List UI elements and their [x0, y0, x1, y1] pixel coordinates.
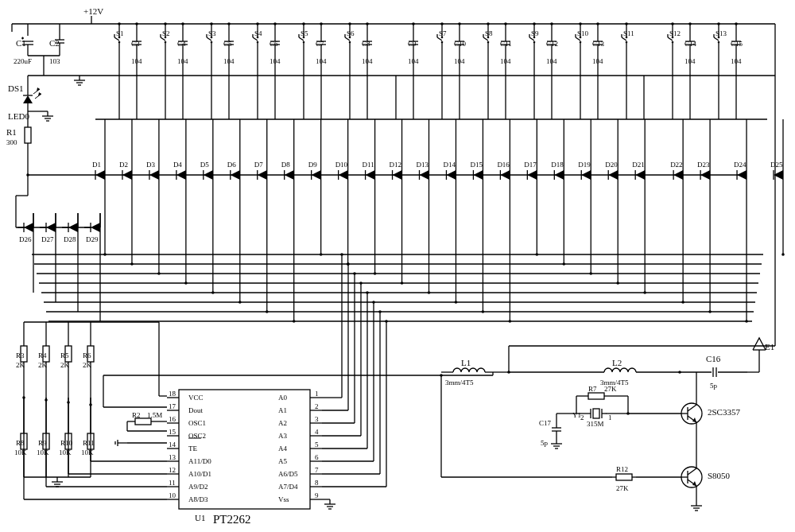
- svg-text:9: 9: [315, 491, 319, 499]
- svg-text:104: 104: [223, 57, 235, 65]
- svg-text:1: 1: [315, 390, 319, 398]
- svg-text:10K: 10K: [59, 449, 72, 456]
- svg-text:C14: C14: [684, 40, 697, 48]
- svg-text:2SC3357: 2SC3357: [708, 407, 740, 417]
- svg-text:2: 2: [315, 402, 319, 410]
- svg-text:D16: D16: [497, 161, 510, 169]
- svg-text:A5: A5: [278, 457, 287, 465]
- svg-text:R6: R6: [83, 351, 91, 359]
- svg-text:104: 104: [454, 57, 465, 65]
- svg-text:D10: D10: [335, 161, 348, 169]
- svg-text:A6/D5: A6/D5: [278, 470, 298, 478]
- svg-text:R12: R12: [616, 465, 628, 473]
- svg-text:104: 104: [362, 57, 373, 65]
- svg-text:104: 104: [592, 57, 603, 65]
- svg-text:D7: D7: [254, 161, 263, 169]
- svg-text:C2: C2: [49, 38, 60, 48]
- svg-text:27K: 27K: [604, 385, 617, 393]
- svg-text:D19: D19: [578, 161, 591, 169]
- svg-text:104: 104: [684, 57, 696, 65]
- svg-text:S12: S12: [669, 29, 681, 37]
- svg-text:D1: D1: [92, 161, 101, 169]
- svg-text:104: 104: [500, 57, 511, 65]
- rf-stage: L1 3mm/4T5 L2 3mm/4T5 C16 5p E1 2SC3357 …: [440, 24, 775, 511]
- svg-text:R11: R11: [83, 439, 95, 447]
- r-osc: R2 1.5M: [127, 411, 167, 431]
- svg-text:10K: 10K: [37, 449, 49, 456]
- svg-text:R2: R2: [132, 411, 141, 419]
- svg-text:A1: A1: [278, 406, 287, 414]
- svg-text:R4: R4: [38, 351, 47, 359]
- svg-text:C8: C8: [362, 40, 370, 48]
- svg-text:D2: D2: [119, 161, 128, 169]
- svg-text:U1: U1: [195, 513, 205, 522]
- svg-text:17: 17: [169, 402, 176, 410]
- c2: C2 103: [49, 24, 64, 65]
- svg-text:D13: D13: [417, 161, 429, 169]
- svg-text:S11: S11: [623, 29, 634, 37]
- svg-text:D3: D3: [146, 161, 155, 169]
- svg-text:104: 104: [316, 57, 327, 65]
- svg-text:1: 1: [608, 414, 612, 421]
- svg-text:L1: L1: [461, 358, 471, 367]
- svg-text:S6: S6: [347, 29, 355, 37]
- svg-text:27K: 27K: [616, 484, 629, 492]
- svg-text:D17: D17: [524, 161, 537, 169]
- svg-text:D4: D4: [173, 161, 182, 169]
- svg-text:C7: C7: [316, 40, 324, 48]
- svg-text:D27: D27: [41, 235, 54, 243]
- svg-text:C13: C13: [592, 40, 605, 48]
- svg-text:D9: D9: [308, 161, 317, 169]
- svg-text:D8: D8: [281, 161, 290, 169]
- svg-text:R1: R1: [6, 127, 17, 137]
- svg-text:A11/D0: A11/D0: [188, 457, 211, 465]
- svg-text:S4: S4: [254, 29, 262, 37]
- svg-text:C10: C10: [454, 40, 467, 48]
- svg-text:R7: R7: [588, 385, 597, 393]
- led-branch: DS1 LED0 R1 300: [6, 76, 53, 175]
- svg-text:3mm/4T5: 3mm/4T5: [445, 379, 474, 386]
- svg-text:3: 3: [315, 415, 319, 423]
- svg-text:S9: S9: [531, 29, 539, 37]
- svg-text:C16: C16: [706, 354, 721, 363]
- svg-text:11: 11: [169, 479, 176, 487]
- svg-text:C12: C12: [546, 40, 558, 48]
- svg-text:A10/D1: A10/D1: [188, 470, 211, 478]
- svg-text:10: 10: [169, 491, 176, 499]
- svg-text:S2: S2: [162, 29, 170, 37]
- svg-text:8: 8: [315, 479, 319, 487]
- svg-text:5: 5: [315, 441, 319, 449]
- svg-text:300: 300: [6, 138, 17, 146]
- svg-text:D29: D29: [86, 235, 99, 243]
- svg-text:104: 104: [546, 57, 557, 65]
- svg-text:A9/D2: A9/D2: [188, 483, 208, 491]
- svg-text:E1: E1: [765, 342, 774, 351]
- svg-text:104: 104: [131, 57, 142, 65]
- svg-text:A3: A3: [278, 432, 287, 440]
- svg-text:D5: D5: [200, 161, 209, 169]
- svg-text:10K: 10K: [81, 449, 94, 456]
- svg-text:220uF: 220uF: [14, 57, 32, 65]
- svg-text:D20: D20: [605, 161, 618, 169]
- svg-text:A8/D3: A8/D3: [188, 495, 208, 503]
- svg-text:S1: S1: [116, 29, 124, 37]
- svg-text:C9: C9: [408, 40, 417, 48]
- svg-text:S5: S5: [301, 29, 308, 37]
- svg-text:LED0: LED0: [8, 111, 29, 121]
- svg-text:A7/D4: A7/D4: [278, 483, 298, 491]
- svg-text:D24: D24: [734, 161, 747, 169]
- svg-text:Vss: Vss: [278, 495, 289, 503]
- svg-text:18: 18: [169, 390, 176, 398]
- svg-text:10K: 10K: [14, 449, 27, 456]
- svg-text:6: 6: [315, 453, 319, 461]
- svg-text:D21: D21: [632, 161, 645, 169]
- svg-text:PT2262: PT2262: [213, 513, 251, 526]
- svg-text:104: 104: [270, 57, 281, 65]
- svg-text:15: 15: [169, 428, 176, 436]
- svg-text:L2: L2: [612, 358, 622, 367]
- svg-text:C5: C5: [223, 40, 232, 48]
- svg-text:D12: D12: [390, 161, 402, 169]
- svg-text:C1: C1: [16, 38, 26, 48]
- svg-text:TE: TE: [188, 445, 197, 452]
- svg-marker-151: [23, 95, 33, 103]
